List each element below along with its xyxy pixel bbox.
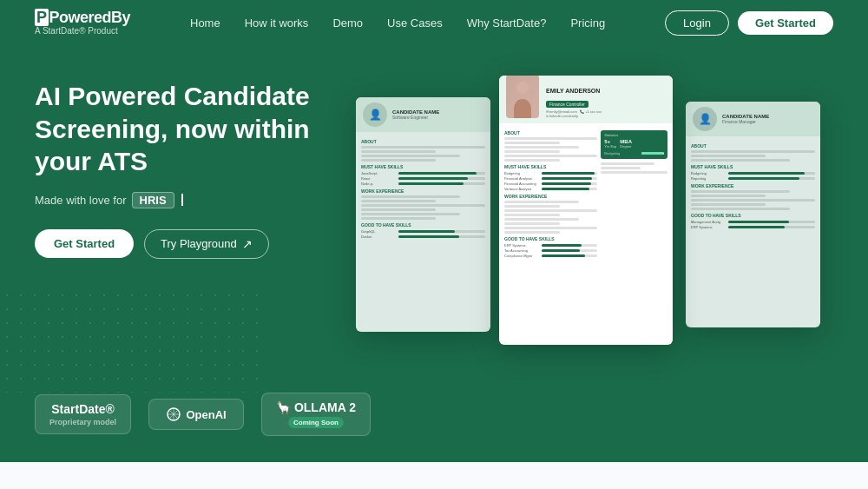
nav-demo[interactable]: Demo [332, 17, 363, 30]
avatar-center [506, 76, 539, 118]
partner-openai: OpenAI [148, 399, 244, 430]
get-started-nav-button[interactable]: Get Started [738, 11, 833, 35]
resume-preview-area: 👤 CANDIDATE NAME Software Engineer About… [356, 71, 868, 384]
nav-why-startdate[interactable]: Why StartDate? [467, 17, 547, 30]
avatar-right: 👤 [693, 107, 717, 131]
resume-card-right: 👤 CANDIDATE NAME Finance Manager About M… [686, 102, 820, 327]
hero-buttons: Get Started Try Playground ↗ [35, 229, 330, 259]
hero-subtitle: Made with love for HRIS [35, 192, 330, 208]
nav-home[interactable]: Home [190, 17, 220, 30]
try-playground-button[interactable]: Try Playground ↗ [144, 229, 269, 259]
get-started-button[interactable]: Get Started [35, 229, 134, 258]
how-it-works-section: HOW IT WORKS ? Integrate our API in thre… [0, 462, 868, 489]
logo-subtext: A StartDate® Product [35, 26, 130, 36]
partner-ollama: 🦙 OLLAMA 2 Coming Soon [261, 393, 371, 436]
nav-pricing[interactable]: Pricing [570, 17, 605, 30]
hero-title: AI Powered Candidate Screening, now with… [35, 80, 330, 178]
hero-content: AI Powered Candidate Screening, now with… [35, 80, 330, 259]
resume-card-left: 👤 CANDIDATE NAME Software Engineer About… [356, 97, 490, 332]
navbar: PPoweredBy A StartDate® Product Home How… [0, 0, 868, 45]
partner-bar: StartDate® Proprietary model OpenAI 🦙 OL… [0, 393, 868, 462]
logo-text: PPoweredBy [35, 10, 130, 25]
cursor [181, 194, 183, 206]
nav-how-it-works[interactable]: How it works [245, 17, 309, 30]
nav-actions: Login Get Started [665, 10, 833, 36]
resume-card-center: EMILY ANDERSON Finance Controller ✉ emil… [499, 76, 673, 345]
arrow-icon: ↗ [242, 237, 253, 251]
hero-section: AI Powered Candidate Screening, now with… [0, 45, 868, 393]
login-button[interactable]: Login [665, 10, 729, 36]
partner-startdate: StartDate® Proprietary model [35, 394, 131, 434]
dot-pattern [0, 288, 260, 393]
avatar-left: 👤 [363, 102, 387, 127]
hris-badge: HRIS [132, 192, 174, 208]
nav-links: Home How it works Demo Use Cases Why Sta… [190, 17, 605, 30]
logo: PPoweredBy A StartDate® Product [35, 10, 130, 36]
nav-use-cases[interactable]: Use Cases [387, 17, 443, 30]
